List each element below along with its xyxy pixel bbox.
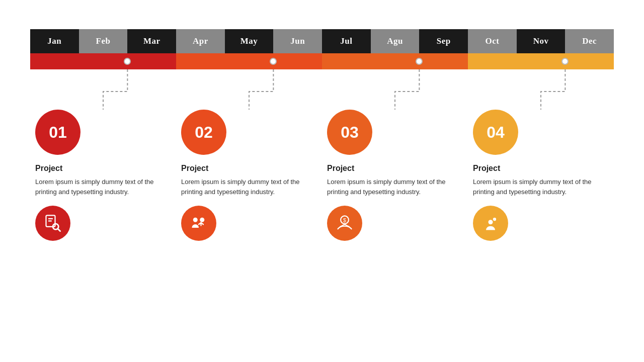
card-title-2: Project	[181, 164, 208, 173]
svg-text:$: $	[343, 217, 347, 223]
color-segment-1	[176, 53, 322, 69]
card-text-4: Lorem ipsum is simply dummy text of the …	[473, 177, 609, 197]
connectors	[30, 69, 614, 110]
month-jul: Jul	[322, 29, 371, 53]
month-oct: Oct	[468, 29, 517, 53]
card-4: 04ProjectLorem ipsum is simply dummy tex…	[468, 110, 614, 241]
cards-row: 01ProjectLorem ipsum is simply dummy tex…	[30, 110, 614, 241]
card-title-3: Project	[327, 164, 354, 173]
card-icon-4	[473, 206, 508, 241]
svg-point-9	[489, 220, 493, 224]
card-number-3: 03	[327, 110, 372, 155]
card-3: 03ProjectLorem ipsum is simply dummy tex…	[322, 110, 468, 241]
card-1: 01ProjectLorem ipsum is simply dummy tex…	[30, 110, 176, 241]
card-text-3: Lorem ipsum is simply dummy text of the …	[327, 177, 463, 197]
card-icon-2	[181, 206, 216, 241]
month-jun: Jun	[273, 29, 322, 53]
card-title-4: Project	[473, 164, 500, 173]
card-2: 02ProjectLorem ipsum is simply dummy tex…	[176, 110, 322, 241]
month-dec: Dec	[565, 29, 614, 53]
month-agu: Agu	[371, 29, 420, 53]
color-segment-3	[468, 53, 614, 69]
card-icon-1	[35, 206, 70, 241]
month-apr: Apr	[176, 29, 225, 53]
months-bar: JanFebMarAprMayJunJulAguSepOctNovDec	[30, 29, 614, 53]
card-icon-3: $	[327, 206, 362, 241]
connector-line-4	[30, 69, 614, 110]
color-bar	[30, 53, 614, 69]
month-jan: Jan	[30, 29, 79, 53]
month-feb: Feb	[79, 29, 128, 53]
card-text-2: Lorem ipsum is simply dummy text of the …	[181, 177, 317, 197]
color-segment-2	[322, 53, 468, 69]
card-number-4: 04	[473, 110, 518, 155]
month-sep: Sep	[419, 29, 468, 53]
card-title-1: Project	[35, 164, 62, 173]
card-number-1: 01	[35, 110, 80, 155]
month-may: May	[225, 29, 274, 53]
svg-line-4	[58, 229, 60, 231]
color-segment-0	[30, 53, 176, 69]
month-nov: Nov	[517, 29, 566, 53]
svg-point-6	[200, 218, 204, 222]
card-number-2: 02	[181, 110, 226, 155]
svg-point-5	[193, 218, 198, 222]
card-text-1: Lorem ipsum is simply dummy text of the …	[35, 177, 171, 197]
month-mar: Mar	[127, 29, 176, 53]
page: JanFebMarAprMayJunJulAguSepOctNovDec 01P…	[0, 0, 644, 362]
